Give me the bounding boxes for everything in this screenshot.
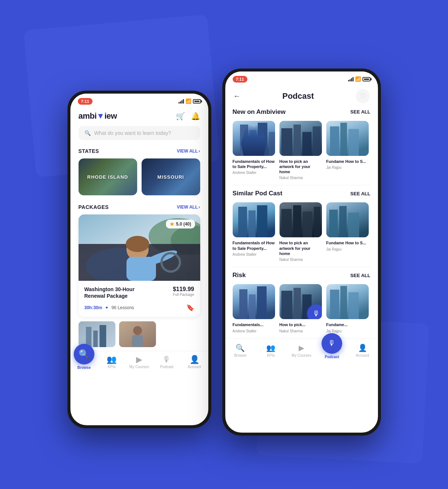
similar-card-1[interactable]: Fundamentals of How to Sale Property... …: [233, 202, 275, 262]
packages-view-all[interactable]: VIEW ALL ›: [177, 205, 200, 210]
similar-podcast-section: Similar Pod Cast SEE ALL: [225, 190, 378, 267]
risk-card-1[interactable]: Fundamentals... Andrew Staller: [233, 284, 275, 333]
status-time-2: 7:11: [233, 76, 247, 83]
podcast-card-1[interactable]: Fundamentals of How to Sale Property... …: [233, 121, 275, 180]
nav-account-label: Account: [188, 365, 201, 369]
cart-icon[interactable]: 🛒: [176, 112, 185, 120]
nav-courses-label: My Courses: [129, 365, 149, 369]
svg-rect-21: [269, 132, 275, 156]
podcast-card-3[interactable]: Fundame How to S... Jai Rajpu: [326, 121, 369, 180]
svg-rect-13: [100, 325, 106, 347]
svg-rect-28: [330, 126, 339, 156]
states-view-all[interactable]: VIEW ALL ›: [177, 149, 200, 154]
nav-account[interactable]: 👤 Account: [183, 356, 205, 369]
nav-browse[interactable]: 🔍 Browse: [73, 355, 95, 370]
similar-card-2[interactable]: How to pick an artwork for your home Nak…: [279, 202, 322, 262]
risk-see-all[interactable]: SEE ALL: [350, 273, 370, 278]
wifi-icon: 📶: [185, 98, 191, 104]
svg-rect-16: [132, 335, 143, 347]
app-header: ambi▼iew 🛒 🔔: [70, 108, 208, 126]
svg-rect-26: [313, 126, 321, 156]
svg-rect-54: [340, 286, 347, 319]
nav-browse-label: Browse: [77, 366, 91, 370]
svg-rect-34: [257, 205, 267, 237]
logo-accent: ▼: [97, 111, 104, 120]
search-bar[interactable]: 🔍 What do you want to learn today?: [79, 126, 200, 140]
search-nav-icon: 🔍: [79, 349, 90, 359]
nav-podcast[interactable]: 🎙 Podcast: [156, 356, 178, 369]
svg-rect-38: [303, 212, 312, 237]
status-bar-2: 7:11 📶: [225, 71, 378, 85]
bottom-nav-2: 🔍 Browse 👥 KPIs ▶ My Courses 🎙 Podcast: [225, 338, 378, 364]
price-label: Full Package: [173, 293, 194, 297]
search-icon: 🔍: [84, 130, 91, 136]
podcast-nav-fab[interactable]: 🎙: [322, 333, 342, 354]
similar-card-1-author: Andrew Staller: [233, 252, 275, 256]
podcast-card-1-title: Fundamentals of How to Sale Property...: [233, 159, 275, 170]
status-icons-1: 📶: [178, 98, 201, 104]
state-card-missouri[interactable]: MISSOURI: [142, 158, 200, 195]
p2-nav-podcast[interactable]: 🎙 Podcast: [321, 342, 343, 359]
heart-button[interactable]: ♡: [356, 89, 370, 103]
risk-card-2[interactable]: 🎙 How to pick... Nakul Sharma: [279, 284, 322, 333]
divider-1: [233, 185, 371, 185]
nav-kpis[interactable]: 👥 KPIs: [101, 356, 123, 369]
svg-rect-45: [239, 289, 247, 319]
nav-kpis-label: KPIs: [108, 365, 115, 369]
status-bar-1: 7:11 📶: [70, 94, 208, 108]
package-card[interactable]: ★ 5.0 (40) Washington 30-Hour Renewal Pa…: [79, 214, 200, 317]
p2-nav-courses[interactable]: ▶ My Courses: [290, 343, 312, 357]
similar-card-2-title: How to pick an artwork for your home: [279, 240, 322, 256]
similar-see-all[interactable]: SEE ALL: [350, 191, 370, 196]
svg-rect-47: [257, 286, 267, 319]
podcast-page-title: Podcast: [282, 91, 314, 101]
svg-rect-49: [281, 291, 292, 319]
p2-nav-account[interactable]: 👤 Account: [351, 343, 374, 357]
nav-my-courses[interactable]: ▶ My Courses: [128, 356, 150, 369]
notification-icon[interactable]: 🔔: [191, 112, 200, 120]
status-time-1: 7:11: [78, 98, 93, 105]
p2-nav-kpis[interactable]: 👥 KPIs: [260, 343, 282, 357]
svg-rect-41: [329, 210, 338, 237]
podcast-thumb-2: [279, 121, 322, 156]
thumb-1[interactable]: [79, 321, 115, 347]
new-section-title: New on Ambiview: [233, 108, 286, 116]
search-placeholder: What do you want to learn today?: [94, 130, 171, 136]
state-card-rhode-island[interactable]: RHODE ISLAND: [79, 158, 137, 195]
svg-rect-17: [233, 121, 275, 156]
p2-browse-icon: 🔍: [236, 343, 245, 352]
rating-value: 5.0 (40): [176, 221, 191, 227]
meta-lessons: 96 Lessons: [111, 305, 134, 310]
new-see-all[interactable]: SEE ALL: [350, 109, 370, 115]
bookmark-icon[interactable]: 🔖: [186, 304, 194, 312]
back-button[interactable]: ←: [233, 92, 241, 100]
svg-rect-36: [281, 209, 292, 237]
state-label-ri: RHODE ISLAND: [87, 174, 128, 179]
podcast-fab-icon: 🎙: [328, 339, 336, 347]
phone-2: 7:11 📶 ← Podcast ♡: [222, 69, 381, 436]
svg-rect-30: [348, 129, 359, 156]
risk-card-1-author: Andrew Staller: [233, 329, 275, 333]
similar-cards-row: Fundamentals of How to Sale Property... …: [233, 202, 371, 262]
package-meta: 30h:30m 96 Lessons 🔖: [79, 304, 200, 317]
svg-rect-39: [314, 207, 320, 237]
similar-card-3[interactable]: Fundame How to S... Jai Rajpu: [326, 202, 369, 262]
similar-card-3-author: Jai Rajpu: [326, 247, 369, 251]
p2-nav-browse[interactable]: 🔍 Browse: [229, 343, 251, 357]
battery-icon-2: [362, 77, 371, 81]
browse-fab[interactable]: 🔍: [74, 344, 94, 364]
states-title: STATES: [79, 148, 99, 154]
divider-2: [233, 267, 371, 267]
svg-rect-33: [249, 210, 256, 237]
thumb-2[interactable]: [119, 321, 156, 347]
svg-point-9: [126, 236, 149, 252]
svg-rect-29: [340, 123, 347, 156]
risk-card-3[interactable]: Fundame... Jai Rajpu: [326, 284, 369, 333]
svg-rect-25: [302, 132, 312, 156]
header-actions: 🛒 🔔: [176, 112, 200, 120]
podcast-card-2[interactable]: How to pick an artwork for your home Nak…: [279, 121, 322, 180]
battery-icon: [193, 99, 201, 104]
price-amount: $119.99: [173, 286, 194, 292]
svg-rect-24: [294, 125, 301, 156]
risk-card-2-title: How to pick...: [279, 322, 322, 327]
